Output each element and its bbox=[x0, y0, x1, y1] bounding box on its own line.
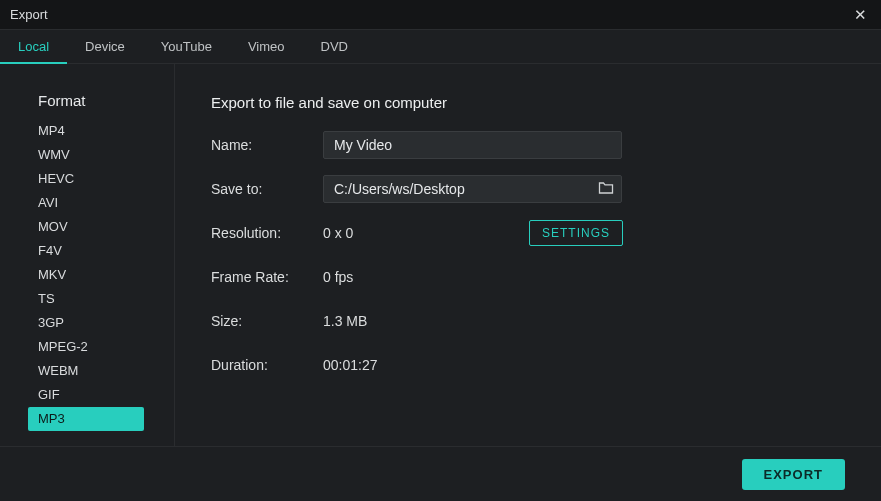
saveto-input[interactable] bbox=[323, 175, 622, 203]
main-panel: Export to file and save on computer Name… bbox=[175, 64, 881, 446]
label-resolution: Resolution: bbox=[211, 225, 323, 241]
label-name: Name: bbox=[211, 137, 323, 153]
close-icon[interactable]: ✕ bbox=[850, 7, 871, 22]
tab-local[interactable]: Local bbox=[0, 30, 67, 64]
format-mp4[interactable]: MP4 bbox=[28, 119, 144, 143]
folder-icon[interactable] bbox=[598, 181, 614, 198]
format-mpeg2[interactable]: MPEG-2 bbox=[28, 335, 144, 359]
main-heading: Export to file and save on computer bbox=[211, 94, 845, 111]
tab-vimeo[interactable]: Vimeo bbox=[230, 30, 303, 63]
format-avi[interactable]: AVI bbox=[28, 191, 144, 215]
value-resolution: 0 x 0 bbox=[323, 225, 353, 241]
sidebar-title: Format bbox=[0, 86, 174, 119]
sidebar: Format MP4 WMV HEVC AVI MOV F4V MKV TS 3… bbox=[0, 64, 175, 446]
settings-button[interactable]: SETTINGS bbox=[529, 220, 623, 246]
format-mov[interactable]: MOV bbox=[28, 215, 144, 239]
format-webm[interactable]: WEBM bbox=[28, 359, 144, 383]
titlebar: Export ✕ bbox=[0, 0, 881, 30]
label-framerate: Frame Rate: bbox=[211, 269, 323, 285]
value-size: 1.3 MB bbox=[323, 313, 367, 329]
tabs: Local Device YouTube Vimeo DVD bbox=[0, 30, 881, 64]
label-duration: Duration: bbox=[211, 357, 323, 373]
value-duration: 00:01:27 bbox=[323, 357, 378, 373]
format-gif[interactable]: GIF bbox=[28, 383, 144, 407]
window-title: Export bbox=[10, 7, 48, 22]
format-3gp[interactable]: 3GP bbox=[28, 311, 144, 335]
tab-youtube[interactable]: YouTube bbox=[143, 30, 230, 63]
format-ts[interactable]: TS bbox=[28, 287, 144, 311]
tab-dvd[interactable]: DVD bbox=[303, 30, 366, 63]
export-button[interactable]: EXPORT bbox=[742, 459, 845, 490]
format-hevc[interactable]: HEVC bbox=[28, 167, 144, 191]
format-f4v[interactable]: F4V bbox=[28, 239, 144, 263]
footer: EXPORT bbox=[0, 446, 881, 501]
value-framerate: 0 fps bbox=[323, 269, 353, 285]
tab-device[interactable]: Device bbox=[67, 30, 143, 63]
format-mkv[interactable]: MKV bbox=[28, 263, 144, 287]
label-saveto: Save to: bbox=[211, 181, 323, 197]
name-input[interactable] bbox=[323, 131, 622, 159]
label-size: Size: bbox=[211, 313, 323, 329]
format-wmv[interactable]: WMV bbox=[28, 143, 144, 167]
format-mp3[interactable]: MP3 bbox=[28, 407, 144, 431]
